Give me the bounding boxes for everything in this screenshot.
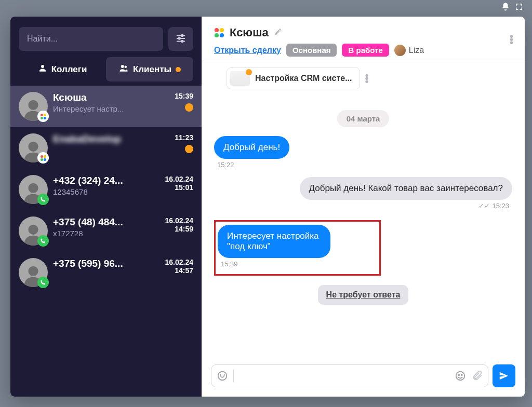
status-pill[interactable]: В работе	[342, 44, 389, 57]
svg-point-7	[121, 65, 124, 68]
avatar	[394, 45, 406, 56]
conversation-title: Ксюша	[53, 92, 169, 103]
assignee-name: Liza	[409, 46, 424, 55]
message-time: ✓✓15:23	[478, 202, 509, 210]
message-bubble: Интересует настройка "под ключ"	[218, 225, 330, 258]
svg-point-17	[456, 372, 465, 381]
tab-label: Клиенты	[133, 64, 171, 75]
phone-badge-icon	[37, 235, 49, 247]
chat-pane: Ксюша Открыть сделку Основная В работе L…	[202, 17, 525, 397]
channel-badge-icon	[37, 111, 49, 122]
avatar	[19, 92, 48, 121]
svg-point-18	[458, 374, 459, 375]
conversation-list: КсюшаИнтересует настр...15:39EnabaDevelo…	[10, 86, 202, 397]
pipeline-pill[interactable]: Основная	[286, 44, 337, 57]
message-row: Интересует настройка "под ключ"15:39	[214, 218, 512, 282]
more-menu-icon[interactable]: •••	[510, 35, 514, 44]
conversation-title: EnabaDevelop	[53, 133, 169, 145]
expand-icon[interactable]	[514, 2, 524, 13]
attach-icon[interactable]	[471, 370, 483, 382]
no-reply-button[interactable]: Не требует ответа	[318, 285, 409, 305]
bell-icon[interactable]	[501, 2, 510, 13]
svg-point-8	[124, 66, 127, 69]
conversation-time: 16.02.2414:59	[165, 216, 194, 233]
users-icon	[118, 63, 129, 75]
conversation-title: +375 (595) 96...	[53, 258, 160, 269]
conversation-title: +432 (324) 24...	[53, 175, 160, 186]
filter-button[interactable]	[168, 27, 193, 51]
tab-clients[interactable]: Клиенты	[106, 57, 193, 82]
sliders-icon	[175, 33, 187, 46]
phone-badge-icon	[37, 194, 49, 205]
card-more-icon[interactable]: •••	[365, 74, 370, 83]
message-time: 15:22	[217, 161, 234, 169]
assignee[interactable]: Liza	[394, 45, 424, 56]
svg-point-14	[218, 372, 227, 381]
deal-card-title: Настройка CRM систе...	[255, 74, 352, 83]
svg-point-12	[28, 225, 38, 235]
unread-dot-icon	[176, 67, 181, 72]
linked-deal-card[interactable]: Настройка CRM систе...	[227, 67, 360, 89]
svg-point-11	[28, 183, 38, 193]
date-separator: 04 марта	[337, 110, 390, 127]
svg-point-3	[178, 37, 180, 39]
channel-badge-icon	[37, 152, 49, 164]
unread-dot-icon	[185, 103, 193, 112]
svg-point-10	[28, 142, 38, 152]
conversation-item[interactable]: КсюшаИнтересует настр...15:39	[10, 86, 202, 127]
message-list: 04 марта Добрый день!15:22Добрый день! К…	[202, 97, 525, 357]
open-deal-link[interactable]: Открыть сделку	[214, 46, 281, 55]
tab-colleagues[interactable]: Коллеги	[19, 57, 106, 82]
sidebar: Коллеги Клиенты КсюшаИнтересует настр...…	[10, 17, 202, 397]
svg-point-1	[181, 34, 183, 36]
conversation-time: 16.02.2415:01	[165, 175, 194, 192]
svg-point-13	[28, 266, 38, 276]
template-icon[interactable]	[217, 370, 228, 382]
conversation-item[interactable]: +375 (48) 484...x17272816.02.2414:59	[10, 210, 202, 252]
conversation-time: 16.02.2414:57	[165, 258, 194, 275]
avatar	[19, 258, 48, 287]
composer	[202, 357, 525, 397]
highlight-box: Интересует настройка "под ключ"15:39	[214, 220, 381, 276]
message-row: Добрый день!15:22	[214, 136, 512, 174]
conversation-subtitle: 12345678	[53, 187, 160, 196]
chat-contact-name: Ксюша	[230, 26, 269, 39]
message-time: 15:39	[221, 260, 371, 268]
avatar	[19, 133, 48, 162]
unread-dot-icon	[185, 145, 193, 153]
search-input[interactable]	[19, 27, 163, 51]
message-bubble: Добрый день!	[214, 136, 289, 159]
channel-icon	[214, 28, 224, 38]
pencil-icon[interactable]	[274, 28, 282, 38]
svg-point-9	[28, 100, 38, 110]
svg-point-6	[41, 65, 44, 68]
tab-label: Коллеги	[51, 64, 87, 75]
conversation-title: +375 (48) 484...	[53, 216, 160, 228]
emoji-icon[interactable]	[455, 370, 466, 382]
separator	[233, 369, 234, 383]
conversation-subtitle: x172728	[53, 229, 160, 238]
message-input[interactable]	[239, 369, 449, 383]
send-button[interactable]	[493, 364, 515, 387]
svg-point-19	[461, 374, 462, 375]
phone-badge-icon	[37, 277, 49, 288]
message-bubble: Добрый день! Какой товар вас заинтересов…	[300, 177, 512, 200]
message-row: Добрый день! Какой товар вас заинтересов…	[214, 177, 512, 215]
conversation-item[interactable]: +432 (324) 24...1234567816.02.2415:01	[10, 169, 202, 210]
conversation-item[interactable]: EnabaDevelop 11:23	[10, 127, 202, 169]
svg-point-5	[181, 40, 183, 42]
chat-window: Коллеги Клиенты КсюшаИнтересует настр...…	[10, 17, 525, 397]
conversation-item[interactable]: +375 (595) 96... 16.02.2414:57	[10, 252, 202, 293]
conversation-subtitle: Интересует настр...	[53, 104, 169, 113]
avatar	[19, 175, 48, 204]
conversation-time: 15:39	[175, 92, 193, 100]
chat-header: Ксюша Открыть сделку Основная В работе L…	[202, 17, 525, 62]
composer-box[interactable]	[211, 364, 488, 387]
conversation-time: 11:23	[175, 133, 193, 142]
user-icon	[38, 63, 47, 75]
deal-thumb-icon	[230, 71, 250, 86]
avatar	[19, 216, 48, 246]
